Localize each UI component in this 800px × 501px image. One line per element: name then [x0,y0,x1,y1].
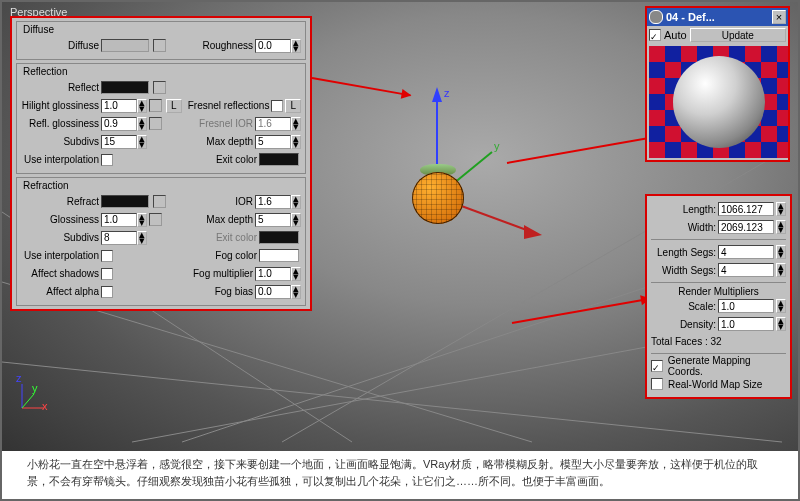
reflection-section: Reflection Reflect Hilight glossiness ▴▾… [16,63,306,174]
reflgloss-input[interactable] [101,117,137,131]
label: Diffuse [21,40,99,51]
auto-checkbox[interactable] [649,29,661,41]
svg-line-15 [22,394,34,408]
l-button[interactable]: L [166,99,182,113]
app-icon [649,10,663,24]
useinterp-checkbox[interactable] [101,154,113,166]
genmap-checkbox[interactable] [651,360,663,372]
section-title: Reflection [21,66,69,77]
exitcolor-swatch[interactable] [259,153,299,166]
svg-line-8 [437,197,532,232]
preview-window: 04 - Def...× Auto Update [645,6,790,162]
svg-line-10 [437,152,492,197]
axis-indicator: z y x [14,374,54,416]
material-panel: Diffuse Diffuse Roughness ▴▾ Reflection … [10,16,312,311]
width-input[interactable] [718,220,774,234]
diffuse-map[interactable] [153,39,166,52]
svg-marker-7 [432,87,442,102]
hilight-input[interactable] [101,99,137,113]
center-gizmo: z y [402,82,562,242]
roughness-input[interactable] [255,39,291,53]
section-title: Diffuse [21,24,56,35]
diffuse-section: Diffuse Diffuse Roughness ▴▾ [16,21,306,60]
reflect-swatch[interactable] [101,81,149,94]
length-input[interactable] [718,202,774,216]
diffuse-swatch[interactable] [101,39,149,52]
svg-marker-9 [524,225,542,239]
svg-text:y: y [494,140,500,152]
caption-text: 小粉花一直在空中悬浮着，感觉很空，接下来要创建一个地面，让画面略显饱满。VRay… [2,451,800,499]
label: Roughness [202,40,253,51]
svg-text:z: z [444,87,450,99]
realworld-checkbox[interactable] [651,378,663,390]
material-preview [649,46,788,158]
subdivs-input[interactable] [101,135,137,149]
fresnel-checkbox[interactable] [271,100,283,112]
close-icon[interactable]: × [772,10,786,24]
section-title: Refraction [21,180,71,191]
orange-object [412,172,464,224]
reflect-map[interactable] [153,81,166,94]
spinner[interactable]: ▴▾ [291,39,301,53]
refraction-section: Refraction Refract IOR ▴▾ Glossiness ▴▾ … [16,177,306,306]
plane-panel: Length:▴▾ Width:▴▾ Length Segs:▴▾ Width … [645,194,792,399]
update-button[interactable]: Update [690,28,786,42]
